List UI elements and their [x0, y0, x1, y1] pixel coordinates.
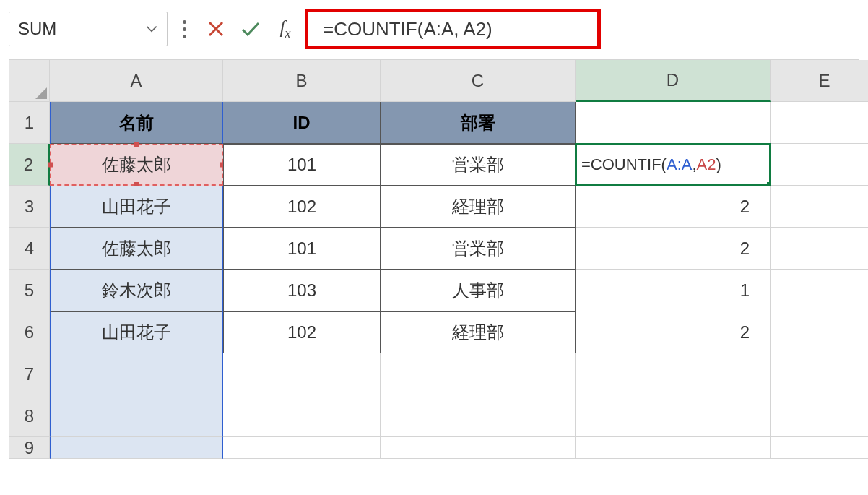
cell-A9[interactable]	[50, 437, 223, 459]
row-header-9[interactable]: 9	[9, 437, 50, 459]
cell-A5[interactable]: 鈴木次郎	[50, 270, 223, 311]
cell-C5[interactable]: 人事部	[381, 270, 576, 311]
col-header-D[interactable]: D	[576, 60, 771, 102]
cell-E4[interactable]	[771, 228, 868, 270]
formula-bar-input[interactable]: =COUNTIF(A:A, A2)	[305, 9, 601, 49]
name-box[interactable]: SUM	[9, 12, 168, 46]
cancel-button[interactable]	[201, 14, 231, 44]
row-header-6[interactable]: 6	[9, 311, 50, 353]
cell-D1[interactable]	[576, 102, 771, 144]
cell-A8[interactable]	[50, 395, 223, 437]
row-header-5[interactable]: 5	[9, 270, 50, 311]
cell-D5[interactable]: 1	[576, 270, 771, 311]
cell-D2-editing[interactable]: =COUNTIF(A:A, A2)	[576, 144, 771, 186]
formula-prefix: =COUNTIF(	[581, 155, 667, 174]
cell-B8[interactable]	[223, 395, 381, 437]
cell-E5[interactable]	[771, 270, 868, 311]
formula-bar: SUM fx =COUNTIF(A:A, A2)	[9, 9, 859, 49]
col-header-A[interactable]: A	[50, 60, 223, 102]
cell-B2[interactable]: 101	[223, 144, 381, 186]
cell-C6[interactable]: 経理部	[381, 311, 576, 353]
fx-icon: fx	[279, 17, 290, 41]
cancel-icon	[207, 20, 225, 38]
cell-C3[interactable]: 経理部	[381, 186, 576, 228]
col-header-C[interactable]: C	[381, 60, 576, 102]
cell-D7[interactable]	[576, 353, 771, 395]
cell-B4[interactable]: 101	[223, 228, 381, 270]
cell-A2[interactable]: 佐藤太郎	[50, 144, 223, 186]
col-header-B[interactable]: B	[223, 60, 381, 102]
row-header-4[interactable]: 4	[9, 228, 50, 270]
cell-D8[interactable]	[576, 395, 771, 437]
cell-E7[interactable]	[771, 353, 868, 395]
cell-B6[interactable]: 102	[223, 311, 381, 353]
cell-E9[interactable]	[771, 437, 868, 459]
cell-B7[interactable]	[223, 353, 381, 395]
cell-C9[interactable]	[381, 437, 576, 459]
cell-A3[interactable]: 山田花子	[50, 186, 223, 228]
row-header-2[interactable]: 2	[9, 144, 50, 186]
cell-value: 佐藤太郎	[102, 153, 171, 176]
row-header-3[interactable]: 3	[9, 186, 50, 228]
chevron-down-icon[interactable]	[145, 25, 158, 33]
confirm-button[interactable]	[235, 14, 266, 44]
cell-C8[interactable]	[381, 395, 576, 437]
cell-A1[interactable]: 名前	[50, 102, 223, 144]
row-header-8[interactable]: 8	[9, 395, 50, 437]
cell-C1[interactable]: 部署	[381, 102, 576, 144]
cell-A4[interactable]: 佐藤太郎	[50, 228, 223, 270]
insert-function-button[interactable]: fx	[270, 14, 300, 44]
cell-A6[interactable]: 山田花子	[50, 311, 223, 353]
cell-C4[interactable]: 営業部	[381, 228, 576, 270]
formula-cellref-token: A2	[697, 155, 716, 174]
cell-D3[interactable]: 2	[576, 186, 771, 228]
cell-B3[interactable]: 102	[223, 186, 381, 228]
cell-C2[interactable]: 営業部	[381, 144, 576, 186]
cell-E8[interactable]	[771, 395, 868, 437]
cell-B1[interactable]: ID	[223, 102, 381, 144]
more-handle-icon[interactable]	[176, 20, 192, 38]
confirm-icon	[240, 20, 261, 38]
spreadsheet-grid[interactable]: A B C D E 1 名前 ID 部署 2 佐藤太郎 101 営業部 =COU…	[9, 59, 859, 459]
cell-D6[interactable]: 2	[576, 311, 771, 353]
row-header-1[interactable]: 1	[9, 102, 50, 144]
formula-suffix: )	[716, 155, 721, 174]
formula-text: =COUNTIF(A:A, A2)	[323, 18, 492, 40]
cell-D9[interactable]	[576, 437, 771, 459]
cell-B9[interactable]	[223, 437, 381, 459]
cell-A7[interactable]	[50, 353, 223, 395]
cell-E3[interactable]	[771, 186, 868, 228]
col-header-E[interactable]: E	[771, 60, 868, 102]
select-all-corner[interactable]	[9, 60, 50, 102]
cell-C7[interactable]	[381, 353, 576, 395]
row-header-7[interactable]: 7	[9, 353, 50, 395]
cell-E2[interactable]	[771, 144, 868, 186]
formula-range-token: A:A	[667, 155, 692, 174]
name-box-value: SUM	[18, 19, 145, 39]
cell-D4[interactable]: 2	[576, 228, 771, 270]
cell-E6[interactable]	[771, 311, 868, 353]
cell-E1[interactable]	[771, 102, 868, 144]
cell-B5[interactable]: 103	[223, 270, 381, 311]
